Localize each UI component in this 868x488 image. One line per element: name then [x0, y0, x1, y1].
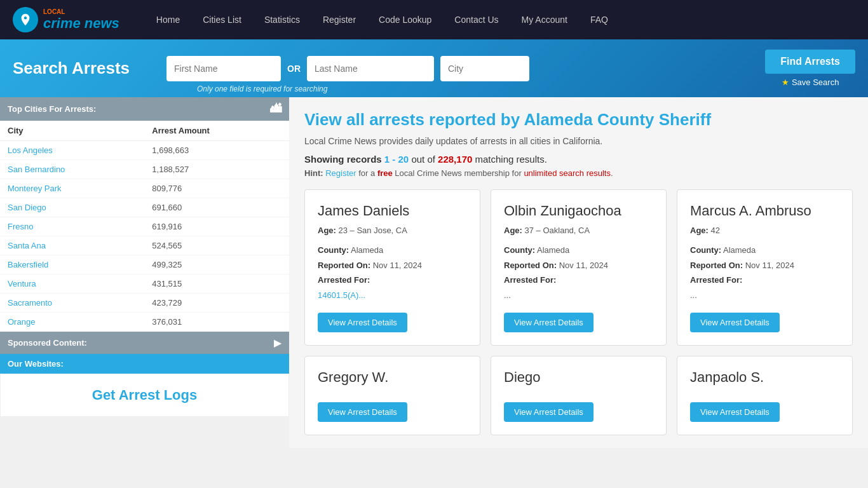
view-arrest-details-button[interactable]: View Arrest Details [504, 313, 593, 332]
card-name: Olbin Zunigaochoa [504, 203, 653, 219]
table-row: Los Angeles1,698,663 [0, 141, 289, 160]
view-arrest-details-button[interactable]: View Arrest Details [690, 402, 780, 422]
city-input[interactable] [440, 56, 529, 81]
find-arrests-button[interactable]: Find Arrests [765, 50, 855, 74]
table-row: Fresno619,916 [0, 217, 289, 236]
save-search-button[interactable]: ★ Save Search [782, 78, 839, 87]
arrest-card: James Daniels Age: 23 – San Jose, CA Cou… [304, 189, 480, 346]
table-row: Santa Ana524,565 [0, 236, 289, 255]
results-range: 1 - 20 [384, 154, 409, 165]
card-details: County: Alameda Reported On: Nov 11, 202… [318, 243, 467, 302]
building-icon: 🏙 [270, 102, 281, 116]
nav-statistics[interactable]: Statistics [253, 0, 311, 39]
arrest-col-header: Arrest Amount [144, 121, 289, 141]
last-name-input[interactable] [307, 56, 434, 81]
nav-links: Home Cities List Statistics Register Cod… [145, 0, 855, 39]
top-navigation: LOCAL crime news Home Cities List Statis… [0, 0, 868, 39]
table-row: Sacramento423,729 [0, 294, 289, 313]
results-info: Showing records 1 - 20 out of 228,170 ma… [304, 154, 853, 165]
view-arrest-details-button[interactable]: View Arrest Details [318, 402, 407, 422]
city-link[interactable]: San Bernardino [0, 160, 144, 179]
card-name: James Daniels [318, 203, 467, 219]
first-name-input[interactable] [166, 56, 281, 81]
arrest-count: 809,776 [144, 179, 289, 198]
search-bar: Search Arrests OR Only one field is requ… [0, 39, 868, 97]
page-heading: View all arrests reported by Alameda Cou… [304, 110, 853, 130]
city-link[interactable]: Santa Ana [0, 236, 144, 255]
arrest-card: Olbin Zunigaochoa Age: 37 – Oakland, CA … [491, 189, 667, 346]
arrest-count: 1,188,527 [144, 160, 289, 179]
arrest-count: 619,916 [144, 217, 289, 236]
top-cities-header: Top Cities For Arrests: 🏙 [0, 97, 289, 121]
register-link[interactable]: Register [325, 168, 356, 178]
get-arrest-logs-section: Get Arrest Logs [0, 374, 289, 417]
arrest-code[interactable]: 14601.5(A)... [318, 290, 365, 300]
star-icon: ★ [782, 78, 789, 87]
nav-code-lookup[interactable]: Code Lookup [367, 0, 443, 39]
card-details: County: Alameda Reported On: Nov 11, 202… [504, 243, 653, 302]
city-link[interactable]: Orange [0, 313, 144, 332]
city-link[interactable]: Monterey Park [0, 179, 144, 198]
table-row: Orange376,031 [0, 313, 289, 332]
card-age: Age: 23 – San Jose, CA [318, 226, 467, 235]
sponsored-label: Sponsored Content: [8, 338, 87, 348]
sidebar: Top Cities For Arrests: 🏙 City Arrest Am… [0, 97, 289, 448]
view-arrest-details-button[interactable]: View Arrest Details [504, 402, 593, 422]
search-inputs: OR [166, 56, 757, 81]
nav-register[interactable]: Register [311, 0, 367, 39]
arrest-card: Janpaolo S. View Arrest Details [677, 356, 853, 435]
card-name: Marcus A. Ambruso [690, 203, 839, 219]
results-total: 228,170 [438, 154, 472, 165]
logo[interactable]: LOCAL crime news [13, 7, 119, 32]
main-content: View all arrests reported by Alameda Cou… [289, 97, 868, 448]
arrest-count: 691,660 [144, 198, 289, 217]
nav-my-account[interactable]: My Account [510, 0, 579, 39]
search-actions: Find Arrests ★ Save Search [765, 50, 855, 87]
main-layout: Top Cities For Arrests: 🏙 City Arrest Am… [0, 97, 868, 448]
view-arrest-details-button[interactable]: View Arrest Details [690, 313, 780, 332]
table-row: Monterey Park809,776 [0, 179, 289, 198]
nav-contact-us[interactable]: Contact Us [443, 0, 510, 39]
card-details: County: Alameda Reported On: Nov 11, 202… [690, 243, 839, 302]
arrest-count: 499,325 [144, 255, 289, 274]
city-col-header: City [0, 121, 144, 141]
arrest-count: 1,698,663 [144, 141, 289, 160]
arrest-count: 431,515 [144, 274, 289, 294]
table-row: San Bernardino1,188,527 [0, 160, 289, 179]
view-arrest-details-button[interactable]: View Arrest Details [318, 313, 407, 332]
city-link[interactable]: Los Angeles [0, 141, 144, 160]
arrest-count: 376,031 [144, 313, 289, 332]
search-title: Search Arrests [13, 58, 159, 78]
play-icon[interactable]: ▶ [274, 337, 281, 349]
our-websites-header: Our Websites: [0, 354, 289, 374]
unlimited-text: unlimited search results [524, 168, 611, 178]
nav-home[interactable]: Home [145, 0, 191, 39]
arrest-card: Diego View Arrest Details [491, 356, 667, 435]
search-hint: Only one field is required for searching [197, 85, 327, 93]
city-link[interactable]: Ventura [0, 274, 144, 294]
card-name: Gregory W. [318, 369, 467, 386]
city-link[interactable]: Sacramento [0, 294, 144, 313]
table-row: Bakersfield499,325 [0, 255, 289, 274]
arrest-card: Marcus A. Ambruso Age: 42 County: Alamed… [677, 189, 853, 346]
arrest-cards-grid: James Daniels Age: 23 – San Jose, CA Cou… [304, 189, 853, 435]
logo-text: LOCAL crime news [43, 8, 119, 32]
nav-cities-list[interactable]: Cities List [191, 0, 253, 39]
city-link[interactable]: San Diego [0, 198, 144, 217]
card-name: Diego [504, 369, 653, 386]
top-cities-section: Top Cities For Arrests: 🏙 City Arrest Am… [0, 97, 289, 332]
page-description: Local Crime News provides daily updates … [304, 136, 853, 146]
arrest-card: Gregory W. View Arrest Details [304, 356, 480, 435]
card-age: Age: 37 – Oakland, CA [504, 226, 653, 235]
arrest-count: 423,729 [144, 294, 289, 313]
card-name: Janpaolo S. [690, 369, 839, 386]
arrest-count: 524,565 [144, 236, 289, 255]
table-row: Ventura431,515 [0, 274, 289, 294]
table-row: San Diego691,660 [0, 198, 289, 217]
nav-faq[interactable]: FAQ [579, 0, 620, 39]
card-age: Age: 42 [690, 226, 839, 235]
city-link[interactable]: Bakersfield [0, 255, 144, 274]
get-arrest-logs-title: Get Arrest Logs [13, 387, 276, 403]
cities-table: City Arrest Amount Los Angeles1,698,663S… [0, 121, 289, 332]
city-link[interactable]: Fresno [0, 217, 144, 236]
